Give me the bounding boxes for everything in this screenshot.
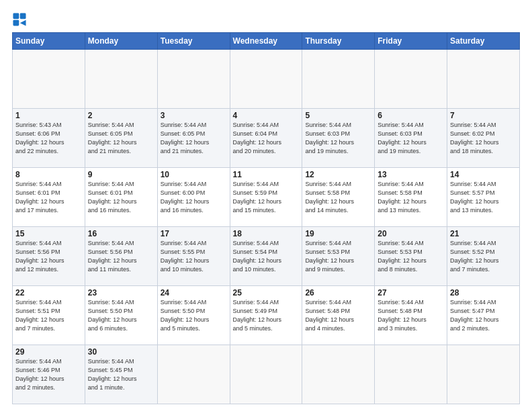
day-number: 24: [161, 288, 227, 298]
day-number: 26: [305, 288, 371, 298]
column-header-tuesday: Tuesday: [157, 33, 230, 50]
cell-details: Sunrise: 5:44 AM Sunset: 6:01 PM Dayligh…: [15, 180, 82, 215]
column-header-wednesday: Wednesday: [230, 33, 302, 50]
cell-details: Sunrise: 5:44 AM Sunset: 5:52 PM Dayligh…: [450, 239, 517, 274]
calendar-cell: [447, 50, 520, 109]
day-number: 18: [233, 229, 300, 238]
calendar-cell: 24Sunrise: 5:44 AM Sunset: 5:50 PM Dayli…: [157, 286, 230, 345]
header: [12, 12, 520, 27]
calendar-cell: 13Sunrise: 5:44 AM Sunset: 5:58 PM Dayli…: [375, 168, 447, 227]
day-number: 5: [305, 111, 371, 120]
cell-details: Sunrise: 5:44 AM Sunset: 5:48 PM Dayligh…: [305, 298, 371, 333]
day-number: 22: [15, 288, 82, 298]
cell-details: Sunrise: 5:44 AM Sunset: 6:05 PM Dayligh…: [161, 121, 227, 156]
calendar-cell: 15Sunrise: 5:44 AM Sunset: 5:56 PM Dayli…: [13, 227, 85, 286]
calendar-cell: 18Sunrise: 5:44 AM Sunset: 5:54 PM Dayli…: [230, 227, 302, 286]
calendar-cell: [85, 50, 157, 109]
column-header-friday: Friday: [375, 33, 447, 50]
day-number: 4: [233, 111, 300, 120]
calendar-cell: 16Sunrise: 5:44 AM Sunset: 5:56 PM Dayli…: [85, 227, 157, 286]
calendar-cell: [13, 50, 85, 109]
cell-details: Sunrise: 5:44 AM Sunset: 5:53 PM Dayligh…: [305, 239, 371, 274]
calendar-cell: 26Sunrise: 5:44 AM Sunset: 5:48 PM Dayli…: [302, 286, 375, 345]
calendar-week-3: 15Sunrise: 5:44 AM Sunset: 5:56 PM Dayli…: [13, 227, 520, 286]
calendar-cell: 6Sunrise: 5:44 AM Sunset: 6:03 PM Daylig…: [375, 109, 447, 168]
cell-details: Sunrise: 5:44 AM Sunset: 5:56 PM Dayligh…: [15, 239, 82, 274]
calendar-cell: [375, 345, 447, 404]
column-header-saturday: Saturday: [447, 33, 520, 50]
svg-marker-3: [20, 20, 26, 26]
cell-details: Sunrise: 5:44 AM Sunset: 5:54 PM Dayligh…: [233, 239, 300, 274]
day-number: 16: [88, 229, 154, 238]
day-number: 13: [378, 170, 444, 179]
calendar-cell: 27Sunrise: 5:44 AM Sunset: 5:48 PM Dayli…: [375, 286, 447, 345]
calendar-header-row: SundayMondayTuesdayWednesdayThursdayFrid…: [13, 33, 520, 50]
day-number: 7: [450, 111, 517, 120]
calendar-cell: 5Sunrise: 5:44 AM Sunset: 6:03 PM Daylig…: [302, 109, 375, 168]
calendar-cell: 19Sunrise: 5:44 AM Sunset: 5:53 PM Dayli…: [302, 227, 375, 286]
day-number: 17: [161, 229, 227, 238]
day-number: 3: [161, 111, 227, 120]
day-number: 19: [305, 229, 371, 238]
calendar-week-5: 29Sunrise: 5:44 AM Sunset: 5:46 PM Dayli…: [13, 345, 520, 404]
calendar-cell: 1Sunrise: 5:43 AM Sunset: 6:06 PM Daylig…: [13, 109, 85, 168]
calendar-cell: 20Sunrise: 5:44 AM Sunset: 5:53 PM Dayli…: [375, 227, 447, 286]
cell-details: Sunrise: 5:44 AM Sunset: 6:00 PM Dayligh…: [161, 180, 227, 215]
day-number: 9: [88, 170, 154, 179]
cell-details: Sunrise: 5:44 AM Sunset: 5:57 PM Dayligh…: [450, 180, 517, 215]
cell-details: Sunrise: 5:44 AM Sunset: 5:58 PM Dayligh…: [305, 180, 371, 215]
calendar-week-4: 22Sunrise: 5:44 AM Sunset: 5:51 PM Dayli…: [13, 286, 520, 345]
column-header-thursday: Thursday: [302, 33, 375, 50]
calendar-week-1: 1Sunrise: 5:43 AM Sunset: 6:06 PM Daylig…: [13, 109, 520, 168]
day-number: 20: [378, 229, 444, 238]
calendar-cell: [302, 50, 375, 109]
logo-icon: [12, 12, 27, 27]
day-number: 2: [88, 111, 154, 120]
day-number: 27: [378, 288, 444, 298]
calendar-cell: 14Sunrise: 5:44 AM Sunset: 5:57 PM Dayli…: [447, 168, 520, 227]
calendar-table: SundayMondayTuesdayWednesdayThursdayFrid…: [12, 32, 520, 404]
calendar-cell: [230, 50, 302, 109]
cell-details: Sunrise: 5:44 AM Sunset: 5:50 PM Dayligh…: [88, 298, 154, 333]
column-header-sunday: Sunday: [13, 33, 85, 50]
cell-details: Sunrise: 5:44 AM Sunset: 6:03 PM Dayligh…: [305, 121, 371, 156]
cell-details: Sunrise: 5:44 AM Sunset: 5:58 PM Dayligh…: [378, 180, 444, 215]
svg-rect-2: [13, 20, 19, 26]
column-header-monday: Monday: [85, 33, 157, 50]
day-number: 15: [15, 229, 82, 238]
day-number: 21: [450, 229, 517, 238]
calendar-cell: 23Sunrise: 5:44 AM Sunset: 5:50 PM Dayli…: [85, 286, 157, 345]
day-number: 6: [378, 111, 444, 120]
calendar-cell: 2Sunrise: 5:44 AM Sunset: 6:05 PM Daylig…: [85, 109, 157, 168]
svg-rect-1: [20, 13, 26, 19]
day-number: 14: [450, 170, 517, 179]
cell-details: Sunrise: 5:44 AM Sunset: 6:04 PM Dayligh…: [233, 121, 300, 156]
calendar-cell: 12Sunrise: 5:44 AM Sunset: 5:58 PM Dayli…: [302, 168, 375, 227]
calendar-cell: [447, 345, 520, 404]
cell-details: Sunrise: 5:44 AM Sunset: 5:51 PM Dayligh…: [15, 298, 82, 333]
cell-details: Sunrise: 5:44 AM Sunset: 5:46 PM Dayligh…: [15, 357, 82, 392]
page: SundayMondayTuesdayWednesdayThursdayFrid…: [0, 0, 532, 411]
cell-details: Sunrise: 5:44 AM Sunset: 5:56 PM Dayligh…: [88, 239, 154, 274]
calendar-cell: [230, 345, 302, 404]
day-number: 25: [233, 288, 300, 298]
day-number: 11: [233, 170, 300, 179]
cell-details: Sunrise: 5:44 AM Sunset: 5:50 PM Dayligh…: [161, 298, 227, 333]
calendar-cell: [157, 50, 230, 109]
calendar-cell: 29Sunrise: 5:44 AM Sunset: 5:46 PM Dayli…: [13, 345, 85, 404]
calendar-cell: [375, 50, 447, 109]
cell-details: Sunrise: 5:44 AM Sunset: 6:01 PM Dayligh…: [88, 180, 154, 215]
cell-details: Sunrise: 5:44 AM Sunset: 5:47 PM Dayligh…: [450, 298, 517, 333]
svg-rect-0: [13, 13, 19, 19]
cell-details: Sunrise: 5:44 AM Sunset: 5:48 PM Dayligh…: [378, 298, 444, 333]
calendar-cell: [302, 345, 375, 404]
cell-details: Sunrise: 5:44 AM Sunset: 5:45 PM Dayligh…: [88, 357, 154, 392]
calendar-cell: 30Sunrise: 5:44 AM Sunset: 5:45 PM Dayli…: [85, 345, 157, 404]
cell-details: Sunrise: 5:44 AM Sunset: 6:03 PM Dayligh…: [378, 121, 444, 156]
day-number: 12: [305, 170, 371, 179]
calendar-cell: 4Sunrise: 5:44 AM Sunset: 6:04 PM Daylig…: [230, 109, 302, 168]
day-number: 29: [15, 347, 82, 357]
day-number: 23: [88, 288, 154, 298]
calendar-cell: 21Sunrise: 5:44 AM Sunset: 5:52 PM Dayli…: [447, 227, 520, 286]
calendar-cell: 28Sunrise: 5:44 AM Sunset: 5:47 PM Dayli…: [447, 286, 520, 345]
